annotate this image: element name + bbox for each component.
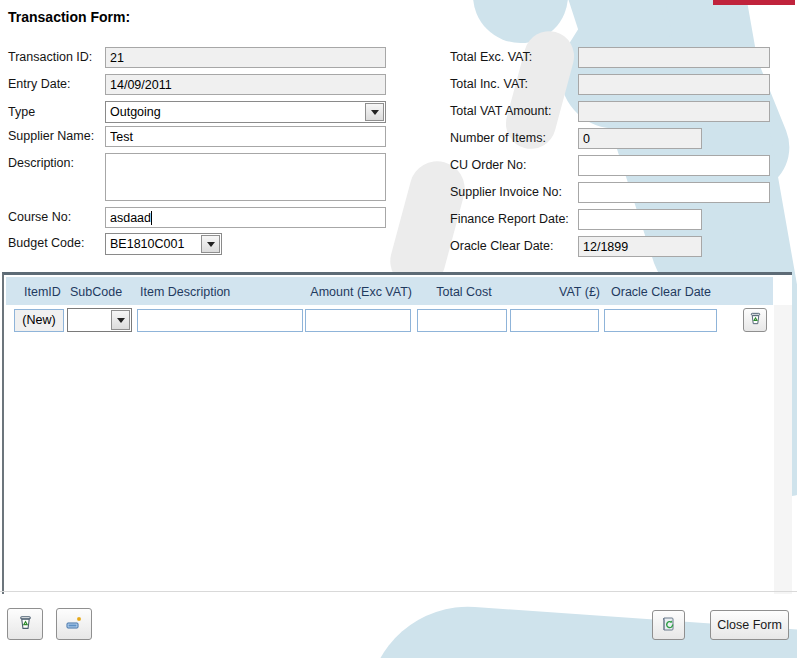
subform-scrollbar-track[interactable]	[774, 305, 792, 594]
budget-code-combobox-value: BE1810C001	[106, 237, 200, 251]
refresh-form-button[interactable]	[652, 610, 685, 640]
transaction-form-window: Transaction Form: Transaction ID: Entry …	[0, 0, 797, 658]
column-header-subcode: SubCode	[70, 285, 122, 299]
delete-record-button[interactable]	[7, 608, 43, 640]
type-combobox-value: Outgoing	[106, 105, 364, 119]
total-vat-amount-field[interactable]	[578, 101, 770, 122]
oracle-clear-date-label: Oracle Clear Date:	[450, 239, 554, 253]
transaction-id-label: Transaction ID:	[8, 50, 92, 64]
total-exc-vat-label: Total Exc. VAT:	[450, 50, 532, 64]
finance-report-date-label: Finance Report Date:	[450, 212, 569, 226]
supplier-invoice-no-field[interactable]	[578, 182, 770, 203]
column-header-total-cost: Total Cost	[419, 285, 509, 299]
row-oracle-clear-date-field[interactable]	[604, 309, 717, 332]
oracle-clear-date-field[interactable]	[578, 236, 702, 257]
trash-icon	[17, 614, 34, 634]
row-item-description-field[interactable]	[137, 309, 303, 332]
number-of-items-field[interactable]	[578, 128, 702, 149]
trash-icon	[748, 311, 763, 329]
type-label: Type	[8, 105, 35, 119]
budget-code-label: Budget Code:	[8, 236, 84, 250]
total-inc-vat-label: Total Inc. VAT:	[450, 77, 528, 91]
close-form-button-label: Close Form	[717, 618, 782, 632]
total-vat-amount-label: Total VAT Amount:	[450, 104, 551, 118]
form-content: Transaction Form: Transaction ID: Entry …	[0, 0, 797, 658]
finance-report-date-field[interactable]	[578, 209, 702, 230]
items-subform: ItemID SubCode Item Description Amount (…	[2, 272, 792, 594]
description-field[interactable]	[105, 153, 386, 201]
course-no-label: Course No:	[8, 210, 71, 224]
page-title: Transaction Form:	[8, 9, 130, 25]
footer-divider	[0, 591, 797, 592]
refresh-form-icon	[660, 615, 678, 636]
text-cursor	[151, 211, 152, 225]
type-combobox[interactable]: Outgoing	[105, 101, 386, 123]
supplier-name-label: Supplier Name:	[8, 129, 94, 143]
row-itemid-cell: (New)	[14, 309, 64, 332]
row-delete-button[interactable]	[743, 308, 767, 332]
cu-order-no-field[interactable]	[578, 155, 770, 176]
items-table-header: ItemID SubCode Item Description Amount (…	[6, 277, 773, 305]
budget-code-combobox[interactable]: BE1810C001	[105, 233, 222, 255]
close-form-button[interactable]: Close Form	[710, 610, 789, 640]
description-label: Description:	[8, 156, 74, 170]
supplier-name-field[interactable]	[105, 126, 386, 147]
supplier-invoice-no-label: Supplier Invoice No:	[450, 185, 562, 199]
column-header-vat: VAT (£)	[512, 285, 600, 299]
cu-order-no-label: CU Order No:	[450, 158, 526, 172]
column-header-amount-exc-vat: Amount (Exc VAT)	[302, 285, 412, 299]
column-header-oracle-clear-date: Oracle Clear Date	[611, 285, 711, 299]
column-header-item-description: Item Description	[140, 285, 230, 299]
total-exc-vat-field[interactable]	[578, 47, 770, 68]
chevron-down-icon[interactable]	[201, 235, 220, 253]
total-inc-vat-field[interactable]	[578, 74, 770, 95]
window-accent-bar	[713, 0, 795, 5]
new-record-button[interactable]	[56, 608, 92, 640]
transaction-id-field[interactable]	[105, 47, 386, 68]
column-header-itemid: ItemID	[24, 285, 61, 299]
row-vat-field[interactable]	[510, 309, 599, 332]
chevron-down-icon[interactable]	[111, 310, 130, 330]
entry-date-label: Entry Date:	[8, 77, 71, 91]
new-record-icon	[65, 614, 83, 635]
number-of-items-label: Number of Items:	[450, 131, 546, 145]
chevron-down-icon[interactable]	[365, 103, 384, 121]
row-subcode-combobox[interactable]	[67, 308, 132, 332]
entry-date-field[interactable]	[105, 74, 386, 95]
row-amount-exc-vat-field[interactable]	[305, 309, 411, 332]
course-no-field[interactable]	[105, 207, 386, 228]
row-total-cost-field[interactable]	[417, 309, 507, 332]
